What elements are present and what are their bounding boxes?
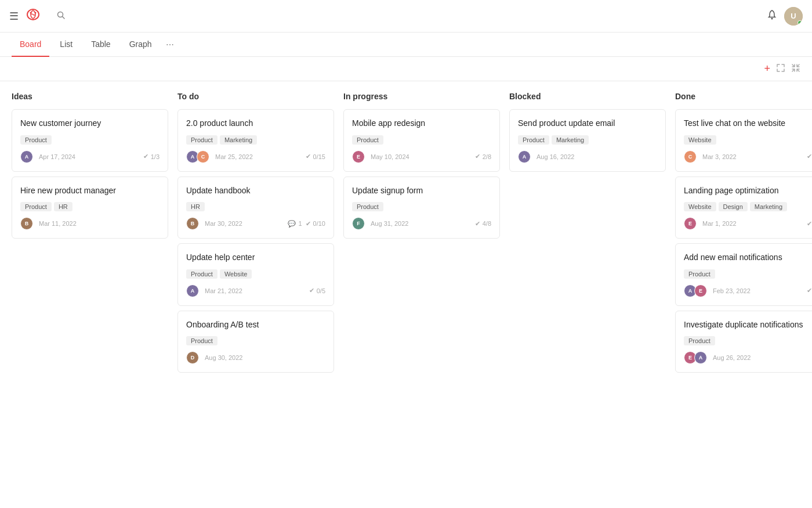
column-header: To do + ⋯: [177, 91, 334, 102]
check-icon: ✔: [807, 153, 812, 160]
card-tags: Product: [186, 336, 325, 345]
card-date: Apr 17, 2024: [39, 153, 75, 160]
card[interactable]: 2.0 product launchProductMarketingACMar …: [177, 109, 334, 172]
tab-more-icon[interactable]: ⋯: [162, 35, 177, 54]
tag: HR: [54, 202, 72, 211]
card-footer: CMar 3, 2022✔ 7/7: [684, 150, 812, 163]
expand-board-icon[interactable]: [776, 63, 785, 75]
card-date: Mar 30, 2022: [205, 220, 242, 227]
column-add-btn[interactable]: +: [310, 91, 319, 102]
tag: Website: [684, 135, 716, 145]
check-icon: ✔: [475, 220, 480, 228]
card-date: Aug 26, 2022: [713, 354, 751, 361]
card-date: Mar 11, 2022: [39, 220, 77, 227]
card[interactable]: Test live chat on the websiteWebsiteCMar…: [675, 109, 812, 172]
menu-icon[interactable]: ☰: [9, 10, 19, 23]
board-actions: +: [764, 63, 800, 75]
column-add-btn[interactable]: +: [476, 91, 485, 102]
column-title: To do: [177, 92, 307, 101]
tag: Marketing: [750, 202, 787, 211]
card[interactable]: Update help centerProductWebsiteAMar 21,…: [177, 243, 334, 306]
column-more-btn[interactable]: ⋯: [321, 91, 334, 102]
card-title: Test live chat on the website: [684, 118, 812, 129]
brain-icon: [26, 7, 41, 26]
column-add-btn[interactable]: +: [144, 91, 153, 102]
column-more-btn[interactable]: ⋯: [487, 91, 500, 102]
avatar: A: [518, 150, 531, 163]
card[interactable]: Update signup formProductFAug 31, 2022✔ …: [343, 176, 500, 239]
tag: Product: [20, 135, 52, 145]
avatar-group: D: [186, 351, 199, 364]
column-header: Done + ⋯: [675, 91, 812, 102]
card[interactable]: Landing page optimizationWebsiteDesignMa…: [675, 176, 812, 239]
search-icon: [57, 11, 65, 21]
card-title: Add new email notifications: [684, 252, 812, 264]
card-footer: BMar 30, 2022💬 1✔ 0/10: [186, 217, 325, 230]
avatar: F: [352, 217, 365, 230]
column-add-btn[interactable]: +: [807, 91, 812, 102]
column-todo: To do + ⋯ 2.0 product launchProductMarke…: [177, 91, 334, 377]
card[interactable]: Investigate duplicate notificationsProdu…: [675, 311, 812, 373]
card-date: Mar 21, 2022: [205, 287, 242, 294]
avatar: B: [186, 217, 199, 230]
card[interactable]: Mobile app redesignProductEMay 10, 2024✔…: [343, 109, 500, 172]
card-tags: WebsiteDesignMarketing: [684, 202, 812, 211]
notifications-bell[interactable]: [767, 9, 777, 23]
svg-point-1: [30, 12, 32, 13]
tag: Product: [684, 269, 715, 279]
tab-graph[interactable]: Graph: [121, 33, 160, 57]
card-title: 2.0 product launch: [186, 118, 325, 129]
collapse-board-icon[interactable]: [791, 63, 800, 75]
tag: Marketing: [552, 135, 589, 145]
card[interactable]: Send product update emailProductMarketin…: [509, 109, 666, 172]
avatar: C: [197, 150, 209, 163]
avatar: A: [694, 351, 707, 364]
card[interactable]: Add new email notificationsProductAEFeb …: [675, 243, 812, 306]
card[interactable]: Hire new product managerProductHRBMar 11…: [12, 176, 168, 239]
column-header: Ideas + ⋯: [12, 91, 168, 102]
card[interactable]: New customer journeyProductAApr 17, 2024…: [12, 109, 168, 172]
tag: Website: [684, 202, 716, 211]
column-more-btn[interactable]: ⋯: [653, 91, 666, 102]
top-nav: ☰ U: [0, 0, 812, 33]
check-icon: ✔: [807, 220, 812, 228]
user-avatar[interactable]: U: [784, 7, 803, 26]
svg-point-5: [771, 18, 773, 20]
card-tags: Product: [352, 202, 491, 211]
card-footer: BMar 11, 2022: [20, 217, 160, 230]
card[interactable]: Update handbookHRBMar 30, 2022💬 1✔ 0/10: [177, 176, 334, 239]
tab-table[interactable]: Table: [83, 33, 118, 57]
card-footer: DAug 30, 2022: [186, 351, 325, 364]
column-header: Blocked + ⋯: [509, 91, 666, 102]
tag: Product: [352, 202, 383, 211]
card-date: Mar 25, 2022: [215, 153, 253, 160]
avatar-group: A: [186, 284, 199, 297]
logo[interactable]: [26, 7, 45, 26]
card-tags: Website: [684, 135, 812, 145]
card-footer: AAug 16, 2022: [518, 150, 657, 163]
tab-list[interactable]: List: [52, 33, 81, 57]
card-check-count: ✔ 0/5: [309, 287, 325, 294]
search-area[interactable]: [57, 11, 68, 21]
avatar: E: [694, 284, 707, 297]
card-date: Mar 1, 2022: [702, 220, 737, 227]
column-more-btn[interactable]: ⋯: [155, 91, 168, 102]
add-column-icon[interactable]: +: [764, 63, 770, 75]
card-footer: EAAug 26, 2022: [684, 351, 812, 364]
avatar-group: A: [518, 150, 531, 163]
card-tags: Product: [684, 336, 812, 345]
card-title: New customer journey: [20, 118, 160, 129]
tag: Marketing: [220, 135, 257, 145]
card[interactable]: Onboarding A/B testProductDAug 30, 2022: [177, 311, 334, 373]
tab-board[interactable]: Board: [12, 33, 49, 57]
card-check-count: ✔ 4/8: [475, 220, 491, 228]
column-title: Done: [675, 92, 805, 101]
card-title: Update handbook: [186, 185, 325, 197]
column-add-btn[interactable]: +: [641, 91, 651, 102]
avatar-group: C: [684, 150, 697, 163]
tag: Product: [186, 336, 217, 345]
tag: Product: [186, 135, 217, 145]
card-tags: ProductHR: [20, 202, 160, 211]
card-tags: Product: [352, 135, 491, 145]
column-inprogress: In progress + ⋯ Mobile app redesignProdu…: [343, 91, 500, 243]
